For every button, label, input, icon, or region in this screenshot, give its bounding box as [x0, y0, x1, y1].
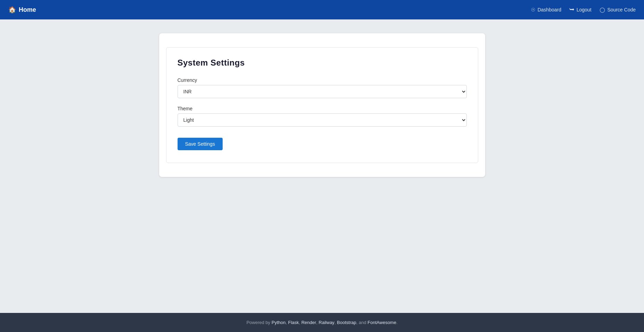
navbar-nav: ☉ Dashboard ⮩ Logout ◯ Source Code — [531, 7, 636, 12]
theme-form-group: Theme Light Dark — [178, 106, 467, 127]
footer-python: Python — [272, 320, 285, 325]
inner-card: System Settings Currency INR USD EUR GBP… — [166, 47, 478, 163]
nav-source-code[interactable]: ◯ Source Code — [600, 7, 636, 12]
outer-card: System Settings Currency INR USD EUR GBP… — [159, 33, 485, 177]
footer-render: Render — [301, 320, 316, 325]
footer-flask: Flask — [288, 320, 299, 325]
section-title: System Settings — [178, 58, 467, 68]
footer-fontawesome: FontAwesome — [368, 320, 396, 325]
footer-suffix: . — [396, 320, 398, 325]
main-content: System Settings Currency INR USD EUR GBP… — [0, 19, 644, 313]
dashboard-icon: ☉ — [531, 7, 535, 12]
home-icon: 🏠 — [8, 6, 16, 14]
nav-logout[interactable]: ⮩ Logout — [569, 7, 591, 12]
footer-and: and — [359, 320, 368, 325]
currency-select[interactable]: INR USD EUR GBP — [178, 85, 467, 98]
nav-source-code-label: Source Code — [607, 7, 636, 12]
theme-label: Theme — [178, 106, 467, 111]
footer-bootstrap: Bootstrap — [337, 320, 357, 325]
nav-dashboard[interactable]: ☉ Dashboard — [531, 7, 561, 12]
footer-railway: Railway — [319, 320, 335, 325]
currency-form-group: Currency INR USD EUR GBP — [178, 77, 467, 98]
navbar-brand[interactable]: 🏠 Home — [8, 6, 36, 14]
nav-logout-label: Logout — [576, 7, 591, 12]
nav-dashboard-label: Dashboard — [538, 7, 561, 12]
github-icon: ◯ — [600, 7, 605, 12]
navbar: 🏠 Home ☉ Dashboard ⮩ Logout ◯ Source Cod… — [0, 0, 644, 19]
currency-label: Currency — [178, 77, 467, 83]
footer-text: Powered by Python, Flask, Render, Railwa… — [247, 320, 398, 325]
footer: Powered by Python, Flask, Render, Railwa… — [0, 313, 644, 332]
theme-select[interactable]: Light Dark — [178, 113, 467, 127]
save-settings-button[interactable]: Save Settings — [178, 138, 223, 150]
logout-icon: ⮩ — [569, 7, 574, 12]
navbar-brand-label: Home — [19, 6, 36, 14]
footer-prefix: Powered by — [247, 320, 272, 325]
